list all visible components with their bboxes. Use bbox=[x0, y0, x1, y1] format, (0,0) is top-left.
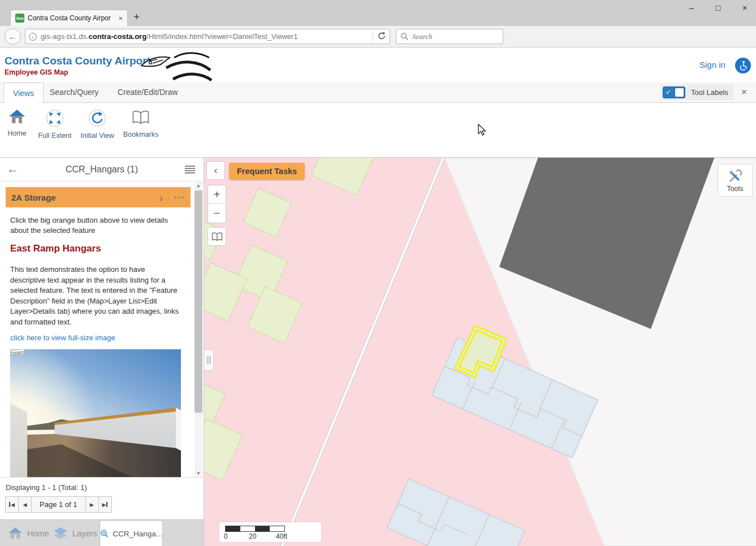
frequent-tasks-button[interactable]: Frequent Tasks bbox=[229, 163, 305, 180]
scalebar-mid: 20 bbox=[249, 532, 256, 540]
window-minimize-button[interactable]: – bbox=[685, 3, 698, 12]
tab-views[interactable]: Views bbox=[3, 83, 44, 103]
scroll-up-icon[interactable]: ▲ bbox=[195, 182, 202, 190]
tools-button[interactable]: Tools bbox=[718, 164, 753, 197]
ribbon-tab-strip: Views Search/Query Create/Edit/Draw ✓ To… bbox=[0, 82, 756, 103]
dock-home-icon bbox=[8, 527, 23, 540]
tool-labels-toggle[interactable]: ✓ bbox=[663, 86, 685, 98]
map-bookmarks-button[interactable] bbox=[208, 227, 226, 246]
app-header: Contra Costa County Airports Employee GI… bbox=[0, 47, 756, 82]
search-icon bbox=[400, 32, 409, 41]
map-zoom-in-button[interactable]: + bbox=[208, 185, 226, 204]
tool-labels-label: Tool Labels bbox=[691, 88, 728, 97]
panel-dock: Home Layers CCR_Hanga... bbox=[0, 519, 204, 546]
app-subtitle: Employee GIS Map bbox=[5, 68, 68, 76]
mouse-cursor bbox=[478, 124, 486, 138]
feature-hint-text: Click the big orange button above to vie… bbox=[10, 215, 176, 236]
site-favicon-icon: Geo bbox=[15, 14, 24, 23]
window-close-button[interactable]: × bbox=[738, 3, 751, 12]
tab-title: Contra Costa County Airpor bbox=[28, 14, 115, 22]
scroll-down-icon[interactable]: ▼ bbox=[195, 470, 202, 478]
toolbar-initial-view-button[interactable]: Initial View bbox=[76, 109, 119, 140]
next-page-button[interactable]: ▶ bbox=[85, 496, 99, 513]
pagination: ◀ ◀ Page 1 of 1 ▶ ▶ bbox=[6, 496, 112, 513]
tab-create-edit-draw[interactable]: Create/Edit/Draw bbox=[118, 82, 178, 102]
scalebar-end: 40ft bbox=[276, 532, 287, 540]
airport-logo bbox=[138, 50, 213, 84]
search-box[interactable] bbox=[396, 29, 503, 44]
back-button[interactable]: ← bbox=[5, 28, 21, 45]
tools-icon bbox=[727, 168, 743, 183]
url-text: gis-ags-tx1.ds.contra-costa.org/Html5/in… bbox=[41, 32, 369, 41]
results-panel-header: ← CCR_Hangars (1) bbox=[0, 158, 204, 181]
dock-layers-icon bbox=[53, 527, 68, 540]
feature-result-button[interactable]: 2A Storage › ••• bbox=[6, 187, 191, 207]
map-zoom-controls: + − bbox=[208, 185, 226, 223]
tools-label: Tools bbox=[727, 185, 743, 193]
results-list: 2A Storage › ••• Click the big orange bu… bbox=[0, 182, 204, 478]
map-container[interactable]: ‹ Frequent Tasks + − Tools 0 20 40ft bbox=[204, 158, 756, 546]
browser-navbar: ← i gis-ags-tx1.ds.contra-costa.org/Html… bbox=[0, 26, 756, 47]
site-info-icon[interactable]: i bbox=[29, 33, 37, 41]
accessibility-icon[interactable] bbox=[735, 58, 751, 73]
feature-photo: Hangars bbox=[10, 349, 181, 478]
scalebar-bar bbox=[225, 526, 285, 532]
tab-search-query[interactable]: Search/Query bbox=[50, 82, 98, 102]
last-page-button[interactable]: ▶ bbox=[98, 496, 112, 513]
sign-in-link[interactable]: Sign in bbox=[699, 60, 725, 70]
search-input[interactable] bbox=[412, 32, 486, 41]
more-actions-icon[interactable]: ••• bbox=[174, 193, 185, 202]
url-bar[interactable]: i gis-ags-tx1.ds.contra-costa.org/Html5/… bbox=[25, 29, 390, 44]
map-scalebar: 0 20 40ft bbox=[219, 522, 321, 542]
chevron-right-icon[interactable]: › bbox=[159, 192, 163, 203]
results-list-icon[interactable] bbox=[184, 165, 196, 176]
check-icon: ✓ bbox=[666, 88, 671, 96]
dock-results-icon bbox=[100, 527, 109, 540]
prev-page-button[interactable]: ◀ bbox=[18, 496, 32, 513]
feature-description: This text demonstrates the option to hav… bbox=[10, 265, 180, 327]
first-page-button[interactable]: ◀ bbox=[5, 496, 19, 513]
dock-tab-results-active[interactable]: CCR_Hanga... bbox=[100, 520, 163, 546]
panel-resize-grip[interactable] bbox=[204, 349, 214, 371]
map-zoom-out-button[interactable]: − bbox=[208, 204, 226, 223]
toolbar-full-extent-button[interactable]: Full Extent bbox=[35, 109, 75, 140]
full-extent-icon bbox=[45, 109, 64, 128]
window-maximize-button[interactable]: □ bbox=[712, 3, 724, 12]
browser-titlebar: Geo Contra Costa County Airpor × + – □ × bbox=[0, 0, 756, 26]
book-icon bbox=[211, 231, 223, 242]
feature-heading: East Ramp Hangars bbox=[10, 243, 101, 254]
feature-title: 2A Storage bbox=[11, 193, 154, 202]
app-toolbar: Home Full Extent Initial View Bookmarks bbox=[0, 103, 756, 158]
scalebar-start: 0 bbox=[224, 532, 228, 540]
new-tab-button[interactable]: + bbox=[133, 11, 140, 23]
toolbar-bookmarks-button[interactable]: Bookmarks bbox=[120, 109, 162, 138]
results-panel-title: CCR_Hangars (1) bbox=[0, 158, 204, 181]
map-canvas[interactable] bbox=[204, 158, 756, 546]
dock-tab-home[interactable]: Home bbox=[8, 520, 49, 546]
scrollbar-thumb[interactable] bbox=[195, 190, 202, 413]
full-size-image-link[interactable]: click here to view full-size image bbox=[10, 333, 115, 342]
app-title: Contra Costa County Airports bbox=[5, 55, 156, 67]
home-house-icon bbox=[8, 109, 26, 125]
ribbon-close-icon[interactable]: × bbox=[741, 86, 747, 98]
url-divider bbox=[373, 32, 373, 42]
dock-tab-layers[interactable]: Layers bbox=[53, 520, 97, 546]
reload-icon[interactable] bbox=[377, 31, 386, 42]
tool-labels-control: ✓ Tool Labels bbox=[660, 84, 734, 100]
bookmarks-book-icon bbox=[131, 109, 150, 127]
results-scrollbar[interactable]: ▲ ▼ bbox=[195, 182, 202, 478]
map-collapse-button[interactable]: ‹ bbox=[206, 161, 225, 180]
browser-tab[interactable]: Geo Contra Costa County Airpor × bbox=[10, 10, 128, 26]
initial-view-icon bbox=[88, 109, 107, 128]
tab-close-icon[interactable]: × bbox=[118, 14, 123, 23]
page-indicator: Page 1 of 1 bbox=[31, 496, 86, 513]
results-panel: ← CCR_Hangars (1) 2A Storage › ••• Click… bbox=[0, 158, 204, 546]
toolbar-home-button[interactable]: Home bbox=[1, 109, 33, 137]
results-status: Displaying 1 - 1 (Total: 1) bbox=[6, 483, 87, 492]
